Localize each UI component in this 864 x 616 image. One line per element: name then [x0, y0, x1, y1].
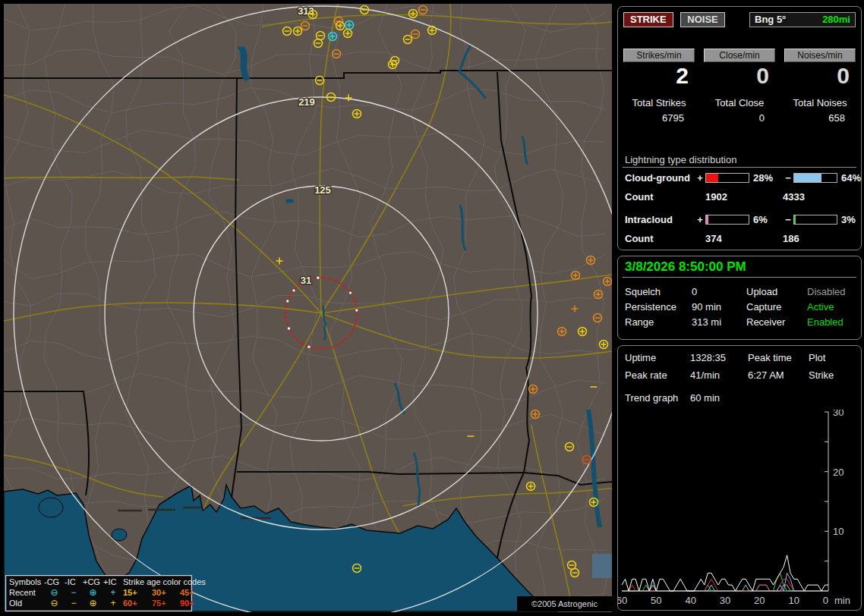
symbol-legend: Symbols -CG -IC +CG +IC Strike age color… — [5, 575, 192, 611]
noises-per-min-button[interactable]: Noises/min — [784, 49, 856, 62]
pos-cg-old-icon: ⊕ — [83, 598, 103, 608]
legend-age-header: Strike age color codes — [123, 577, 204, 587]
distribution-divider — [623, 167, 856, 168]
plot-mode-value: Strike — [809, 369, 856, 381]
svg-text:219: 219 — [298, 96, 315, 108]
range-value: 280mi — [822, 14, 850, 25]
age-code-30: 30+ — [152, 587, 180, 598]
svg-text:31: 31 — [301, 275, 311, 286]
count-label: Count — [625, 233, 695, 244]
total-close-label: Total Close — [704, 97, 775, 108]
peak-rate-label: Peak rate — [625, 369, 690, 381]
map-canvas: 31321912531 — [4, 4, 612, 612]
neg-ic-recent-icon: − — [65, 587, 83, 598]
trend-graph-span: 60 min — [690, 392, 856, 404]
trend-graph-label: Trend graph — [625, 392, 690, 404]
minus-sign: − — [783, 214, 793, 225]
cloud-ground-row: Cloud-ground + 28% − 64% — [625, 172, 858, 184]
legend-header-pos-cg: +CG — [83, 577, 103, 587]
range-label: Range — [625, 316, 692, 328]
upload-status: Disabled — [807, 286, 856, 297]
receiver-status: Enabled — [807, 316, 856, 328]
datetime-display: 3/8/2026 8:50:00 PM — [625, 259, 746, 275]
pos-ic-old-icon: + — [103, 598, 123, 608]
ic-plus-count: 374 — [705, 233, 783, 244]
strikes-stat-column: Strikes/min 2 Total Strikes 6795 — [623, 49, 695, 124]
peak-rate-value: 41/min — [690, 369, 748, 381]
total-strikes-value: 6795 — [623, 112, 695, 124]
age-code-75: 75+ — [152, 598, 180, 608]
minus-sign: − — [783, 172, 793, 184]
status-panel: STRIKE NOISE Bng 5° 280mi Strikes/min 2 … — [615, 0, 864, 616]
peak-time-header: Peak time — [748, 352, 809, 363]
squelch-value: 0 — [692, 286, 746, 297]
uptime-label: Uptime — [625, 352, 690, 363]
svg-text:20: 20 — [754, 595, 765, 606]
strike-stats-box: STRIKE NOISE Bng 5° 280mi Strikes/min 2 … — [617, 6, 862, 250]
ic-minus-bar — [793, 215, 837, 225]
close-stat-column: Close/min 0 Total Close 0 — [704, 49, 775, 124]
uptime-value: 1328:35 — [690, 352, 748, 363]
total-noises-label: Total Noises — [784, 97, 856, 108]
capture-label: Capture — [746, 301, 807, 313]
cg-minus-bar — [793, 173, 837, 183]
plot-header: Plot — [809, 352, 856, 363]
squelch-label: Squelch — [625, 286, 692, 297]
cg-minus-percent: 64% — [837, 172, 864, 184]
ic-plus-percent: 6% — [749, 214, 783, 225]
svg-text:0: 0 — [823, 595, 828, 606]
strike-mode-button[interactable]: STRIKE — [623, 12, 673, 27]
total-strikes-label: Total Strikes — [623, 97, 695, 108]
distribution-title: Lightning type distribution — [625, 154, 736, 165]
rate-stats: Strikes/min 2 Total Strikes 6795 Close/m… — [623, 49, 856, 124]
uptime-row: Uptime 1328:35 Peak time Plot — [625, 352, 856, 363]
count-label: Count — [625, 191, 695, 203]
svg-text:min: min — [834, 595, 850, 606]
svg-text:125: 125 — [314, 184, 331, 196]
cg-minus-count: 4333 — [783, 191, 864, 203]
copyright-notice: ©2005 Astrogenic Systems — [517, 596, 612, 611]
cg-plus-percent: 28% — [749, 172, 783, 184]
total-noises-value: 658 — [784, 112, 856, 124]
svg-text:10: 10 — [833, 526, 844, 537]
persistence-label: Persistence — [625, 301, 692, 313]
strike-map: 31321912531 Symbols -CG -IC +CG +IC Stri… — [4, 4, 612, 612]
svg-text:20: 20 — [833, 467, 844, 478]
trend-graph: 1020306050403020100min — [618, 410, 861, 608]
plus-sign: + — [695, 214, 705, 225]
range-value-mi: 313 mi — [692, 316, 746, 328]
neg-cg-old-icon: ⊖ — [44, 598, 65, 608]
pos-cg-recent-icon: ⊕ — [83, 587, 103, 598]
age-code-60: 60+ — [123, 598, 152, 608]
legend-header-neg-ic: -IC — [65, 577, 83, 587]
svg-text:40: 40 — [685, 595, 695, 606]
system-status-box: 3/8/2026 8:50:00 PM Squelch 0 Upload Dis… — [617, 256, 862, 340]
upload-label: Upload — [746, 286, 807, 297]
svg-text:10: 10 — [788, 595, 799, 606]
plus-sign: + — [695, 172, 705, 184]
strikes-per-min-button[interactable]: Strikes/min — [623, 49, 695, 62]
svg-text:60: 60 — [618, 595, 627, 606]
cloud-ground-label: Cloud-ground — [625, 172, 695, 184]
close-per-min-value: 0 — [704, 62, 775, 93]
age-code-15: 15+ — [123, 587, 152, 598]
legend-header-symbols: Symbols — [9, 577, 44, 587]
noises-per-min-value: 0 — [784, 62, 856, 93]
age-code-90: 90+ — [180, 598, 204, 608]
bearing-value: Bng 5° — [755, 14, 786, 25]
status-row-range: Range 313 mi Receiver Enabled — [625, 316, 856, 328]
persistence-value: 90 min — [692, 301, 746, 313]
intracloud-count-row: Count 374 186 — [625, 233, 858, 244]
close-per-min-button[interactable]: Close/min — [704, 49, 775, 62]
svg-text:30: 30 — [720, 595, 730, 606]
neg-cg-recent-icon: ⊖ — [44, 587, 65, 598]
noises-stat-column: Noises/min 0 Total Noises 658 — [784, 49, 856, 124]
cg-plus-bar — [705, 173, 749, 183]
age-code-45: 45+ — [180, 587, 204, 598]
noise-mode-button[interactable]: NOISE — [680, 12, 724, 27]
neg-ic-old-icon: − — [65, 598, 83, 608]
nexstorm-window: { "map": { "ring_labels": [ {"text": "31… — [0, 0, 864, 616]
receiver-label: Receiver — [746, 316, 807, 328]
peak-rate-row: Peak rate 41/min 6:27 AM Strike — [625, 369, 856, 381]
ic-minus-percent: 3% — [837, 214, 864, 225]
